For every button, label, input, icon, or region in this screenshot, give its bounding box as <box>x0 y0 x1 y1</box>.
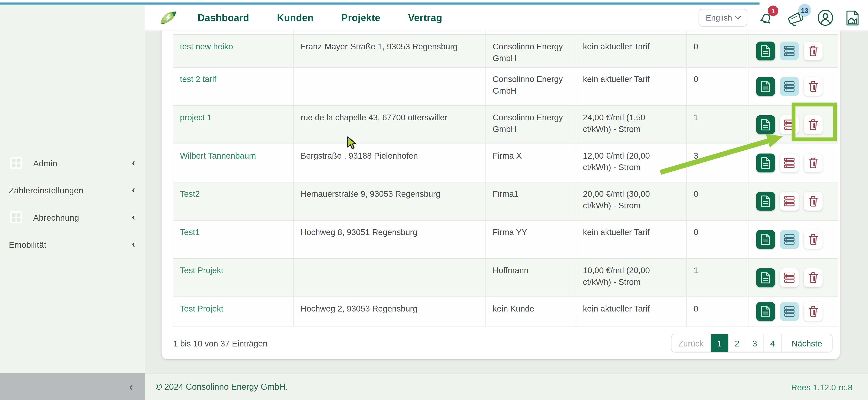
meters-button[interactable] <box>780 153 799 172</box>
document-icon <box>760 305 771 318</box>
chevron-left-icon: ‹ <box>132 158 135 167</box>
project-link[interactable]: Test Projekt <box>180 304 223 313</box>
sidebar-item-label: Abrechnung <box>33 212 79 222</box>
report-button[interactable] <box>756 77 775 96</box>
actions-cell <box>748 259 838 296</box>
customer-cell: Consolinno Energy GmbH <box>486 67 576 105</box>
report-button[interactable] <box>756 115 775 134</box>
projects-card: test new heiko Franz-Mayer-Straße 1, 930… <box>161 30 840 359</box>
table-body: test new heiko Franz-Mayer-Straße 1, 930… <box>173 34 838 326</box>
customer-cell: Firma YY <box>486 221 576 258</box>
pagination-page-2[interactable]: 2 <box>728 334 746 352</box>
project-name-cell: Test Projekt <box>173 297 294 326</box>
billing-icon <box>10 211 22 223</box>
consolinno-logo-icon[interactable] <box>159 10 177 26</box>
delete-button[interactable] <box>804 268 823 287</box>
document-icon <box>760 195 771 207</box>
project-link[interactable]: Test Projekt <box>180 265 223 275</box>
trash-icon <box>808 158 818 169</box>
nav-kunden[interactable]: Kunden <box>277 12 314 24</box>
app-window: Admin ‹ Zählereinstellungen ‹ Abrechnung… <box>0 0 868 400</box>
table-row: Test Projekt Hoffmann 10,00 €/mtl (20,00… <box>173 258 838 297</box>
sidebar-item-admin[interactable]: Admin ‹ <box>0 156 145 170</box>
page-footer: © 2024 Consolinno Energy GmbH. Rees 1.12… <box>145 373 868 400</box>
trash-icon <box>808 306 818 317</box>
delete-button[interactable] <box>804 192 823 210</box>
language-select-value: English <box>706 13 732 22</box>
project-link[interactable]: Test2 <box>180 189 200 199</box>
project-link[interactable]: project 1 <box>180 113 212 122</box>
delete-button[interactable] <box>804 115 823 134</box>
report-button[interactable] <box>756 192 775 210</box>
pagination-page-1[interactable]: 1 <box>710 334 728 352</box>
pagination-page-4[interactable]: 4 <box>764 334 781 352</box>
delete-button[interactable] <box>804 302 823 321</box>
delete-button[interactable] <box>804 77 823 96</box>
top-scroll-bar[interactable] <box>0 2 760 5</box>
project-link[interactable]: Wilbert Tannenbaum <box>180 151 256 160</box>
customer-cell: Consolinno Energy GmbH <box>486 35 576 67</box>
meter-count-cell: 0 <box>687 297 748 326</box>
address-cell: Hemauerstraße 9, 93053 Regensburg <box>294 182 486 220</box>
delete-button[interactable] <box>804 230 823 249</box>
address-cell: Bergstraße , 93188 Pielenhofen <box>294 144 486 182</box>
nav-dashboard[interactable]: Dashboard <box>198 12 249 24</box>
project-link[interactable]: test 2 tarif <box>180 74 216 84</box>
address-cell <box>294 259 486 296</box>
chevron-down-icon <box>735 16 741 20</box>
tariff-cell: kein aktueller Tarif <box>576 67 687 105</box>
project-link[interactable]: test new heiko <box>180 41 233 51</box>
meter-count-cell: 3 <box>687 144 748 182</box>
nav-vertrag[interactable]: Vertrag <box>408 12 442 24</box>
meters-button[interactable] <box>780 302 799 321</box>
report-button[interactable] <box>756 230 775 249</box>
collapse-sidebar-icon[interactable]: ‹ <box>129 381 133 392</box>
customer-cell: Firma1 <box>486 182 576 220</box>
delete-button[interactable] <box>804 41 823 60</box>
language-select[interactable]: English <box>699 9 747 27</box>
sidebar-item-zaehlereinstellungen[interactable]: Zählereinstellungen ‹ <box>0 183 145 197</box>
meter-count-cell: 0 <box>687 67 748 105</box>
report-button[interactable] <box>756 153 775 172</box>
report-button[interactable] <box>756 302 775 321</box>
project-name-cell: Test2 <box>173 182 294 220</box>
sidebar-item-emobilitaet[interactable]: Emobilität ‹ <box>0 237 145 252</box>
main-nav: Dashboard Kunden Projekte Vertrag <box>198 12 442 24</box>
sidebar-item-abrechnung[interactable]: Abrechnung ‹ <box>0 210 145 225</box>
pagination-next[interactable]: Nächste <box>781 334 832 352</box>
pagination-page-3[interactable]: 3 <box>746 334 764 352</box>
delete-button[interactable] <box>804 153 823 172</box>
pagination-prev[interactable]: Zurück <box>672 334 710 352</box>
meters-button[interactable] <box>780 230 799 249</box>
sidebar-item-label: Admin <box>33 158 57 168</box>
sidebar-item-label: Zählereinstellungen <box>9 185 84 195</box>
meters-button[interactable] <box>780 41 799 60</box>
meters-button[interactable] <box>780 268 799 287</box>
report-button[interactable] <box>756 41 775 60</box>
reports-button[interactable] <box>845 9 861 26</box>
meters-button[interactable] <box>780 192 799 210</box>
project-link[interactable]: Test1 <box>180 227 200 237</box>
tariff-cell: 24,00 €/mtl (1,50 ct/kWh) - Strom <box>576 106 687 144</box>
table-row: test 2 tarif Consolinno Energy GmbH kein… <box>173 67 838 106</box>
admin-icon <box>10 157 22 169</box>
address-cell: rue de la chapelle 43, 67700 otterswille… <box>294 106 486 144</box>
server-icon <box>784 119 795 130</box>
trash-icon <box>808 119 818 130</box>
version-text: Rees 1.12.0-rc.8 <box>791 382 852 392</box>
report-button[interactable] <box>756 268 775 287</box>
project-name-cell: test new heiko <box>173 35 294 67</box>
user-avatar-icon <box>817 9 834 26</box>
notifications-button[interactable]: 1 <box>758 9 775 26</box>
meters-button[interactable] <box>780 77 799 96</box>
sidebar-item-label: Emobilität <box>9 240 46 249</box>
document-icon <box>760 119 771 131</box>
customer-cell: kein Kunde <box>486 297 576 326</box>
meters-button[interactable] <box>780 115 799 134</box>
news-button[interactable]: 13 <box>786 9 806 26</box>
nav-projekte[interactable]: Projekte <box>341 12 380 24</box>
table-row: Test Projekt Hochweg 2, 93053 Regensburg… <box>173 296 838 326</box>
chevron-left-icon: ‹ <box>132 239 135 249</box>
profile-button[interactable] <box>817 9 834 26</box>
actions-cell <box>748 297 838 326</box>
